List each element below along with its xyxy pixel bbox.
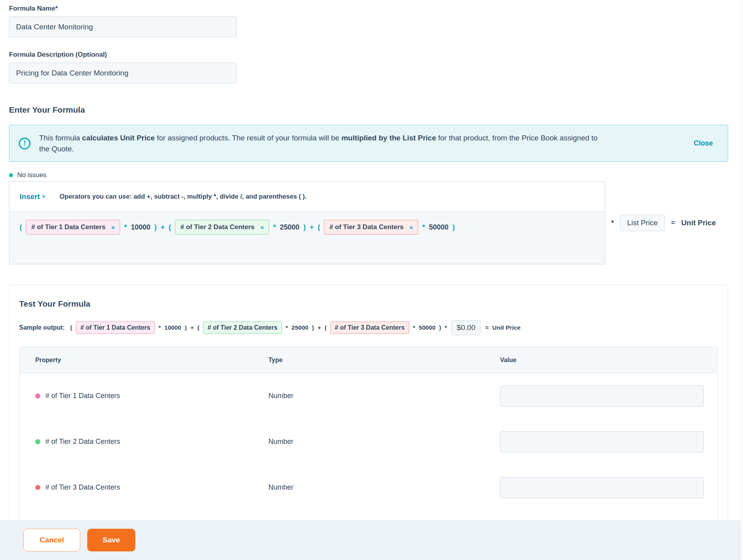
formula-num: 50000 — [419, 324, 435, 331]
table-row: # of Tier 1 Data CentersNumber — [20, 373, 718, 419]
type-cell: Number — [250, 483, 481, 492]
formula-description-input[interactable] — [9, 63, 237, 83]
formula-op: = — [485, 324, 489, 331]
equals-symbol: = — [671, 219, 675, 227]
property-color-dot-icon — [35, 485, 40, 490]
value-cell — [481, 477, 718, 498]
banner-text-segment: for assigned products. The result of you… — [155, 134, 342, 142]
multiply-symbol: * — [611, 219, 614, 227]
cancel-button[interactable]: Cancel — [23, 529, 80, 551]
banner-close-link[interactable]: Close — [678, 139, 713, 147]
property-name: # of Tier 2 Data Centers — [45, 438, 120, 446]
banner-text-segment: This formula — [39, 134, 82, 142]
formula-op: * — [286, 324, 288, 331]
value-input[interactable] — [500, 431, 704, 452]
type-cell: Number — [250, 392, 481, 400]
table-row: # of Tier 3 Data CentersNumber — [20, 465, 718, 510]
formula-description-label: Formula Description (Optional) — [9, 51, 728, 59]
formula-chip-label: # of Tier 1 Data Centers — [31, 223, 106, 231]
formula-op: ) — [303, 223, 306, 232]
property-cell: # of Tier 3 Data Centers — [20, 483, 250, 492]
formula-op: + — [160, 223, 165, 232]
property-name: # of Tier 3 Data Centers — [45, 483, 120, 492]
formula-num: 25000 — [291, 324, 308, 331]
formula-chip-label: # of Tier 3 Data Centers — [329, 223, 404, 231]
formula-annotation: * List Price = Unit Price — [611, 215, 716, 231]
formula-chip-label: # of Tier 2 Data Centers — [180, 223, 255, 231]
formula-name-label: Formula Name* — [9, 5, 728, 13]
formula-op: * — [444, 324, 447, 331]
formula-chip-label: # of Tier 1 Data Centers — [81, 324, 150, 331]
formula-op: + — [190, 324, 194, 331]
table-body: # of Tier 1 Data CentersNumber# of Tier … — [20, 373, 718, 510]
formula-num: 10000 — [164, 324, 181, 331]
insert-label: Insert — [20, 192, 40, 201]
insert-dropdown-button[interactable]: Insert ▾ — [20, 192, 45, 201]
formula-chip: # of Tier 2 Data Centers — [203, 321, 282, 334]
value-input[interactable] — [500, 477, 704, 498]
banner-text-segment: multiplied by the List Price — [342, 134, 436, 142]
formula-op: * — [158, 324, 161, 331]
save-button[interactable]: Save — [87, 529, 135, 551]
action-footer: Cancel Save — [0, 520, 743, 560]
unit-price-result-label: Unit Price — [681, 219, 716, 227]
formula-chip[interactable]: # of Tier 1 Data Centers× — [26, 220, 120, 235]
status-dot-icon — [9, 173, 13, 177]
property-color-dot-icon — [35, 439, 40, 444]
value-input[interactable] — [500, 386, 704, 407]
table-header-row: Property Type Value — [20, 347, 718, 373]
property-cell: # of Tier 1 Data Centers — [20, 392, 250, 400]
formula-chip: # of Tier 3 Data Centers — [330, 321, 409, 334]
formula-op: + — [317, 324, 321, 331]
table-row: # of Tier 2 Data CentersNumber — [20, 419, 718, 465]
banner-text-segment: calculates Unit Price — [82, 134, 155, 142]
formula-op: ( — [169, 223, 171, 232]
validation-status: No issues — [9, 171, 728, 179]
sample-output-row: Sample output: (# of Tier 1 Data Centers… — [19, 320, 718, 335]
status-label: No issues — [17, 171, 47, 179]
formula-num: 25000 — [280, 223, 299, 232]
formula-chip-label: # of Tier 2 Data Centers — [208, 324, 277, 331]
info-alert-icon: ! — [19, 138, 31, 149]
formula-op: ) — [452, 223, 455, 232]
formula-chip[interactable]: # of Tier 3 Data Centers× — [324, 220, 418, 235]
formula-chip-label: # of Tier 3 Data Centers — [335, 324, 405, 331]
formula-chip[interactable]: # of Tier 2 Data Centers× — [175, 220, 269, 235]
scrollbar-track[interactable] — [741, 0, 743, 560]
formula-op: ( — [20, 223, 22, 232]
formula-op: * — [422, 223, 425, 232]
value-cell — [481, 386, 718, 407]
type-cell: Number — [250, 438, 481, 446]
formula-editor-toolbar: Insert ▾ Operators you can use: add +, s… — [9, 182, 605, 212]
formula-num: 10000 — [131, 223, 150, 232]
remove-chip-icon[interactable]: × — [261, 224, 264, 231]
formula-op: * — [124, 223, 127, 232]
sample-price-box: $0.00 — [452, 320, 480, 335]
formula-num: 50000 — [429, 223, 448, 232]
remove-chip-icon[interactable]: × — [410, 224, 413, 231]
column-header-type: Type — [250, 357, 481, 364]
formula-op: ( — [324, 324, 326, 331]
formula-expression: (# of Tier 1 Data Centers×*10000)+(# of … — [20, 220, 595, 235]
sample-unit-price-label: Unit Price — [492, 324, 520, 331]
test-formula-heading: Test Your Formula — [19, 299, 718, 309]
formula-input-area[interactable]: (# of Tier 1 Data Centers×*10000)+(# of … — [9, 212, 605, 264]
formula-op: ) — [154, 223, 157, 232]
info-banner-text: This formula calculates Unit Price for a… — [39, 133, 599, 154]
formula-op: * — [413, 324, 415, 331]
list-price-box: List Price — [620, 215, 665, 231]
formula-editor-box: Insert ▾ Operators you can use: add +, s… — [9, 181, 605, 264]
remove-chip-icon[interactable]: × — [112, 224, 115, 231]
formula-op: * — [273, 223, 276, 232]
column-header-property: Property — [20, 357, 250, 364]
sample-output-label: Sample output: — [19, 324, 65, 331]
formula-op: ) — [185, 324, 187, 331]
formula-name-input[interactable] — [9, 16, 237, 37]
formula-editor-page: Formula Name* Formula Description (Optio… — [0, 0, 743, 560]
formula-editor-row: Insert ▾ Operators you can use: add +, s… — [9, 181, 728, 264]
value-cell — [481, 431, 718, 452]
info-banner: ! This formula calculates Unit Price for… — [9, 125, 728, 162]
enter-formula-heading: Enter Your Formula — [9, 105, 728, 115]
operators-hint: Operators you can use: add +, subtract -… — [59, 193, 306, 200]
chevron-down-icon: ▾ — [43, 194, 45, 199]
